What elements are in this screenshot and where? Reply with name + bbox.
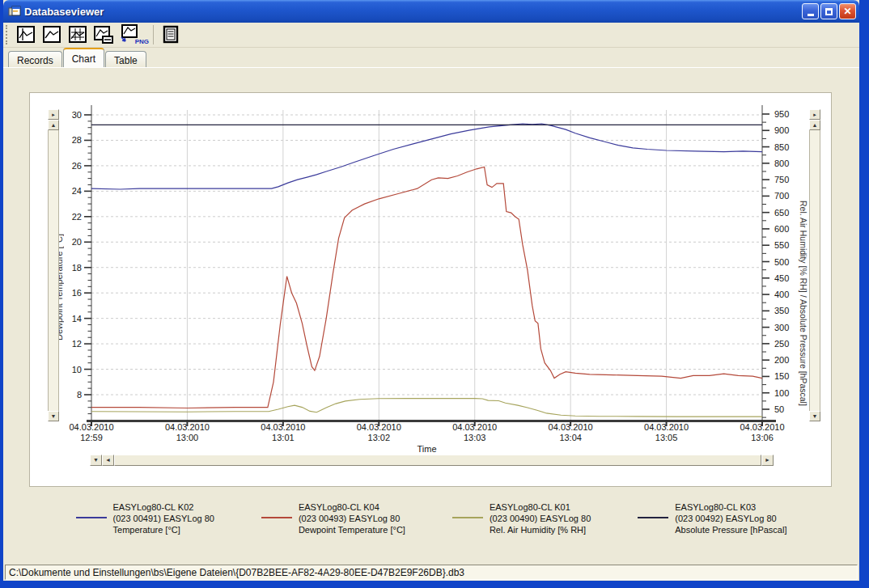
right-axis-scroll-track[interactable] [809, 130, 820, 411]
chart-legend-button[interactable] [91, 23, 117, 46]
svg-text:350: 350 [774, 306, 789, 315]
svg-text:10: 10 [72, 365, 82, 374]
legend-logger: (023 00492) EASYLog 80 [675, 514, 776, 523]
legend-device: EASYLog80-CL K03 [675, 502, 756, 512]
legend-item-dewpoint: EASYLog80-CL K04 (023 00493) EASYLog 80 … [261, 501, 405, 535]
chart-grid-icon [68, 25, 87, 44]
left-axis-scroll-down[interactable]: ▼ [48, 411, 59, 421]
legend-item-humidity: EASYLog80-CL K01 (023 00490) EASYLog 80 … [452, 501, 591, 535]
svg-text:13:06: 13:06 [751, 433, 774, 442]
report-button[interactable] [158, 23, 184, 46]
svg-text:600: 600 [774, 224, 789, 234]
titlebar: Databaseviewer ✕ [3, 0, 859, 23]
humidity-line-swatch [452, 517, 483, 518]
svg-text:16: 16 [72, 288, 82, 298]
time-axis-scrollbar-toggle[interactable]: ▼ [90, 455, 102, 466]
svg-text:200: 200 [774, 355, 789, 365]
svg-text:13:03: 13:03 [464, 433, 486, 442]
svg-text:750: 750 [774, 175, 789, 184]
svg-text:650: 650 [774, 208, 789, 218]
left-axis-scroll-up[interactable]: ▲ [48, 120, 59, 130]
svg-text:950: 950 [774, 109, 789, 119]
tabstrip: Records Chart Table [3, 48, 859, 67]
svg-text:700: 700 [774, 191, 789, 201]
temperature-line-swatch [76, 517, 107, 518]
svg-text:850: 850 [774, 142, 789, 152]
svg-text:900: 900 [774, 125, 789, 135]
legend-logger: (023 00491) EASYLog 80 [113, 514, 214, 523]
left-axis-scrollbar-toggle[interactable]: ▸ [48, 109, 59, 120]
legend-logger: (023 00493) EASYLog 80 [299, 514, 400, 523]
svg-text:100: 100 [774, 388, 789, 398]
app-window: Databaseviewer ✕ [0, 0, 869, 588]
svg-text:12:59: 12:59 [80, 433, 103, 442]
svg-text:13:00: 13:00 [176, 433, 199, 442]
legend-device: EASYLog80-CL K04 [299, 502, 379, 512]
left-axis-scroll-track[interactable] [48, 130, 59, 411]
chart-grid-button[interactable] [65, 23, 91, 46]
minimize-button[interactable] [802, 3, 819, 19]
svg-text:250: 250 [774, 339, 789, 349]
legend-logger: (023 00490) EASYLog 80 [490, 514, 591, 523]
svg-text:26: 26 [72, 161, 82, 171]
legend-measure: Temperature [°C] [113, 525, 180, 535]
time-axis-scroll-left[interactable]: ◄ [102, 455, 114, 466]
tab-chart[interactable]: Chart [63, 48, 104, 67]
legend-device: EASYLog80-CL K01 [490, 502, 570, 512]
svg-text:500: 500 [774, 257, 789, 267]
svg-text:04.03.2010: 04.03.2010 [644, 422, 689, 432]
tab-records[interactable]: Records [8, 51, 62, 67]
left-axis-scrollbar: ▸ ▲ ▼ [48, 109, 59, 421]
time-axis-scroll-right[interactable]: ► [761, 455, 774, 466]
maximize-icon [825, 8, 833, 15]
legend-measure: Dewpoint Temperature [°C] [299, 525, 405, 535]
close-icon: ✕ [843, 6, 851, 16]
right-axis-scroll-up[interactable]: ▲ [809, 120, 820, 130]
dewpoint-line-swatch [261, 517, 292, 518]
svg-text:450: 450 [774, 273, 789, 283]
minimize-icon [808, 14, 814, 16]
right-axis-scrollbar: ▸ ▲ ▼ [809, 109, 820, 421]
time-axis-scrollbar: ▼ ◄ ► [90, 455, 774, 466]
legend-measure: Rel. Air Humidity [% RH] [490, 525, 586, 535]
tab-table[interactable]: Table [105, 51, 146, 67]
tab-chart-label: Chart [72, 53, 95, 65]
chart-line-button[interactable] [39, 23, 65, 46]
svg-text:04.03.2010: 04.03.2010 [452, 422, 497, 432]
toolbar-grip-handle[interactable] [6, 25, 10, 44]
tab-table-label: Table [114, 55, 138, 66]
svg-text:20: 20 [72, 237, 82, 247]
svg-text:150: 150 [774, 371, 789, 381]
pressure-line-swatch [638, 517, 668, 518]
svg-text:18: 18 [72, 263, 82, 273]
svg-text:Time: Time [417, 444, 436, 454]
window-title: Databaseviewer [24, 6, 800, 18]
database-path: C:\Dokumente und Einstellungen\bs\Eigene… [5, 565, 858, 580]
maximize-button[interactable] [820, 3, 837, 19]
svg-text:13:05: 13:05 [655, 433, 678, 442]
svg-text:30: 30 [72, 110, 82, 120]
svg-text:04.03.2010: 04.03.2010 [165, 422, 210, 432]
right-axis-scroll-down[interactable]: ▼ [809, 411, 820, 421]
svg-text:800: 800 [774, 159, 789, 168]
legend-device: EASYLog80-CL K02 [113, 502, 194, 512]
svg-text:8: 8 [77, 390, 82, 400]
chart-axes-icon [16, 25, 36, 44]
tab-records-label: Records [17, 55, 53, 66]
right-axis-scrollbar-toggle[interactable]: ▸ [809, 109, 820, 120]
svg-text:22: 22 [72, 212, 82, 222]
chart-axes-button[interactable] [13, 23, 39, 46]
svg-text:04.03.2010: 04.03.2010 [740, 422, 784, 432]
export-png-button[interactable]: PNG [117, 23, 149, 46]
svg-text:28: 28 [72, 135, 82, 145]
close-button[interactable]: ✕ [839, 3, 856, 19]
report-icon [161, 25, 180, 44]
svg-text:12: 12 [72, 339, 82, 349]
svg-text:50: 50 [774, 404, 784, 414]
chart-canvas: 8101214161820222426283050100150200250300… [30, 93, 833, 454]
right-axis-label: Rel. Air Humidity [% RH] / Absolute Pres… [797, 150, 808, 457]
chart-line-icon [42, 25, 61, 44]
svg-text:13:01: 13:01 [272, 433, 295, 442]
time-axis-scroll-thumb[interactable] [114, 455, 761, 466]
svg-text:400: 400 [774, 290, 789, 299]
